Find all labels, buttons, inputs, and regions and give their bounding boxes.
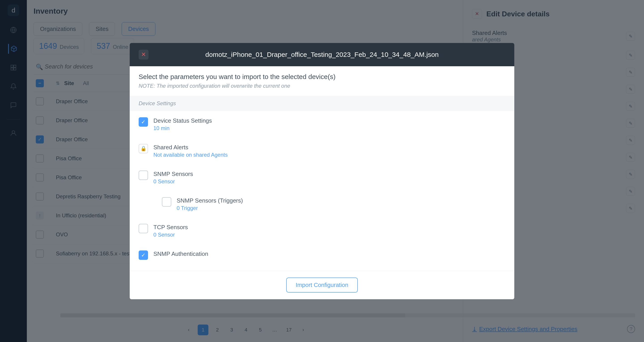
setting-value: 10 min bbox=[154, 125, 212, 131]
setting-title: SNMP Sensors bbox=[154, 171, 193, 177]
setting-checkbox[interactable] bbox=[139, 224, 148, 233]
setting-row: ✓SNMP Authentication bbox=[139, 244, 505, 266]
modal-header: ✕ domotz_iPhone_01_Draper_office_Testing… bbox=[130, 43, 514, 66]
modal-overlay: ✕ domotz_iPhone_01_Draper_office_Testing… bbox=[0, 0, 644, 342]
close-modal-button[interactable]: ✕ bbox=[139, 50, 148, 60]
setting-row: 🔒Shared AlertsNot available on shared Ag… bbox=[139, 138, 505, 164]
setting-title: Shared Alerts bbox=[154, 144, 228, 151]
setting-checkbox[interactable]: ✓ bbox=[139, 117, 148, 127]
setting-row: SNMP Sensors (Triggers)0 Trigger bbox=[139, 191, 505, 218]
lock-icon: 🔒 bbox=[139, 144, 148, 153]
setting-row: SNMP Sensors0 Sensor bbox=[139, 164, 505, 191]
setting-row: TCP Sensors0 Sensor bbox=[139, 218, 505, 244]
setting-title: SNMP Sensors (Triggers) bbox=[177, 197, 243, 204]
setting-value: Not available on shared Agents bbox=[154, 152, 228, 158]
modal-note: NOTE: The imported configuration will ov… bbox=[130, 83, 514, 89]
import-button[interactable]: Import Configuration bbox=[286, 277, 358, 292]
setting-title: Device Status Settings bbox=[154, 117, 212, 124]
setting-row: ✓Device Status Settings10 min bbox=[139, 111, 505, 138]
setting-checkbox[interactable]: ✓ bbox=[139, 250, 148, 260]
setting-title: TCP Sensors bbox=[154, 224, 188, 231]
section-label: Device Settings bbox=[130, 96, 514, 111]
modal-instruction: Select the parameters you want to import… bbox=[130, 73, 514, 81]
import-modal: ✕ domotz_iPhone_01_Draper_office_Testing… bbox=[130, 43, 514, 299]
modal-filename: domotz_iPhone_01_Draper_office_Testing_2… bbox=[155, 51, 505, 58]
setting-value: 0 Trigger bbox=[177, 205, 243, 211]
setting-value: 0 Sensor bbox=[154, 178, 193, 185]
setting-title: SNMP Authentication bbox=[154, 250, 208, 257]
setting-value: 0 Sensor bbox=[154, 232, 188, 238]
setting-checkbox[interactable] bbox=[139, 171, 148, 180]
setting-checkbox[interactable] bbox=[162, 197, 171, 207]
